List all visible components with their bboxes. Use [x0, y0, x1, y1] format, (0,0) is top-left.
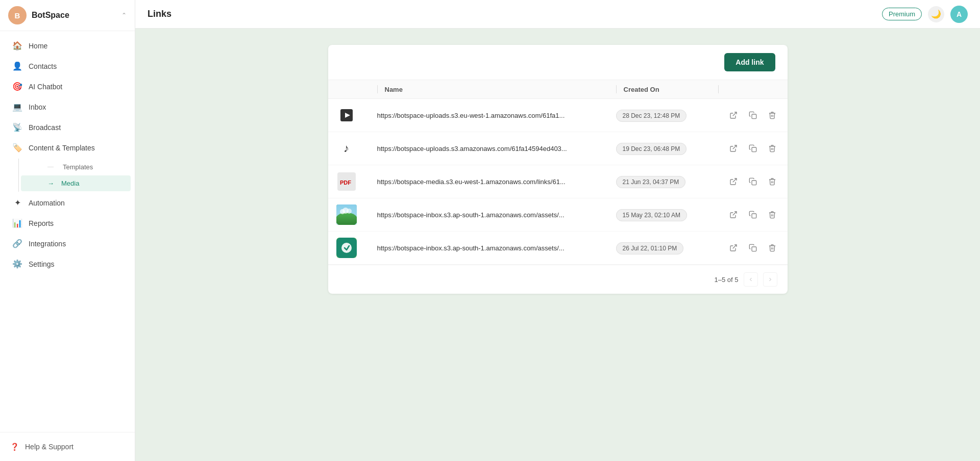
sidebar-item-home[interactable]: 🏠 Home — [2, 36, 133, 56]
svg-rect-5 — [752, 147, 756, 152]
delete-link-button-5[interactable] — [765, 241, 779, 255]
svg-rect-16 — [752, 214, 756, 218]
add-link-button[interactable]: Add link — [724, 53, 775, 71]
svg-point-14 — [347, 209, 352, 214]
broadcast-icon: 📡 — [12, 122, 22, 132]
col-header-actions — [718, 85, 779, 93]
sidebar-item-templates[interactable]: Templates — [21, 159, 131, 175]
col-header-created-on: Created On — [616, 85, 718, 93]
pagination: 1–5 of 5 — [328, 265, 788, 294]
open-link-button-2[interactable] — [726, 141, 741, 156]
sidebar-item-ai-chatbot[interactable]: 🎯 AI Chatbot — [2, 76, 133, 96]
sidebar-item-inbox[interactable]: 💻 Inbox — [2, 97, 133, 117]
sidebar-item-content-templates-label: Content & Templates — [29, 144, 95, 152]
sidebar-item-contacts[interactable]: 👤 Contacts — [2, 56, 133, 76]
pagination-next-button[interactable] — [763, 272, 777, 287]
sidebar-brand-avatar: B — [8, 6, 27, 24]
date-badge-2: 19 Dec 23, 06:48 PM — [616, 144, 718, 153]
open-link-button-1[interactable] — [726, 108, 741, 122]
delete-link-button-1[interactable] — [765, 108, 779, 122]
sidebar-item-help[interactable]: ❓ Help & Support — [8, 439, 127, 455]
copy-link-button-2[interactable] — [746, 141, 760, 156]
table-header: Name Created On — [328, 80, 788, 99]
help-icon: ❓ — [10, 443, 19, 451]
sidebar-nav: 🏠 Home 👤 Contacts 🎯 AI Chatbot 💻 Inbox 📡… — [0, 31, 135, 432]
copy-link-button-1[interactable] — [746, 108, 760, 122]
chevron-down-icon: ⌃ — [121, 12, 127, 19]
sidebar-header[interactable]: B BotSpace ⌃ — [0, 0, 135, 31]
sidebar-item-reports-label: Reports — [29, 219, 54, 227]
row-actions-5 — [718, 241, 779, 255]
topbar: Links Premium 🌙 A — [135, 0, 980, 29]
sidebar-item-reports[interactable]: 📊 Reports — [2, 213, 133, 233]
table-row: ♪ https://botspace-uploads.s3.amazonaws.… — [328, 132, 788, 165]
date-badge-4: 15 May 23, 02:10 AM — [616, 210, 718, 219]
sidebar-item-media[interactable]: → Media — [21, 175, 131, 191]
media-type-audio-icon: ♪ — [336, 138, 357, 159]
links-card: Add link Name Created On — [328, 45, 788, 294]
sidebar-item-settings-label: Settings — [29, 260, 55, 268]
media-type-app-icon — [336, 238, 357, 258]
delete-link-button-3[interactable] — [765, 174, 779, 189]
svg-line-2 — [732, 112, 736, 116]
copy-link-button-4[interactable] — [746, 208, 760, 222]
arrow-icon: → — [47, 180, 54, 187]
date-badge-1: 28 Dec 23, 12:48 PM — [616, 111, 718, 120]
media-type-image-icon — [336, 204, 357, 225]
copy-link-button-3[interactable] — [746, 174, 760, 189]
svg-rect-3 — [752, 114, 756, 119]
sidebar-item-automation[interactable]: ✦ Automation — [2, 193, 133, 213]
theme-toggle-button[interactable]: 🌙 — [928, 6, 944, 22]
svg-rect-9 — [752, 181, 756, 185]
svg-text:PDF: PDF — [340, 180, 351, 186]
table-row: https://botspace-inbox.s3.ap-south-1.ama… — [328, 232, 788, 265]
sidebar-item-ai-chatbot-label: AI Chatbot — [29, 83, 62, 91]
sidebar-item-media-label: Media — [61, 180, 79, 187]
contacts-icon: 👤 — [12, 61, 22, 71]
topbar-actions: Premium 🌙 A — [882, 6, 968, 23]
sidebar-item-content-templates[interactable]: 🏷️ Content & Templates — [2, 138, 133, 158]
content-area: Add link Name Created On — [135, 29, 980, 461]
premium-badge[interactable]: Premium — [882, 8, 922, 20]
sidebar-brand-name: BotSpace — [32, 11, 116, 20]
page-title: Links — [148, 9, 172, 19]
pagination-prev-button[interactable] — [744, 272, 758, 287]
open-link-button-5[interactable] — [726, 241, 741, 255]
col-divider — [377, 85, 378, 93]
sidebar-item-inbox-label: Inbox — [29, 103, 46, 111]
svg-point-18 — [341, 243, 352, 253]
svg-rect-20 — [752, 247, 756, 251]
home-icon: 🏠 — [12, 41, 22, 50]
col-divider-3 — [718, 85, 719, 93]
sidebar-item-contacts-label: Contacts — [29, 62, 57, 70]
user-avatar[interactable]: A — [950, 6, 968, 23]
svg-line-8 — [732, 178, 736, 182]
row-actions-2 — [718, 141, 779, 156]
row-actions-4 — [718, 208, 779, 222]
col-header-name: Name — [377, 85, 616, 93]
link-url-4: https://botspace-inbox.s3.ap-south-1.ama… — [377, 211, 616, 219]
row-actions-1 — [718, 108, 779, 122]
sidebar-item-settings[interactable]: ⚙️ Settings — [2, 254, 133, 274]
open-link-button-4[interactable] — [726, 208, 741, 222]
svg-point-11 — [336, 213, 357, 225]
delete-link-button-4[interactable] — [765, 208, 779, 222]
reports-icon: 📊 — [12, 218, 22, 228]
col-name-label: Name — [385, 86, 403, 93]
pagination-label: 1–5 of 5 — [715, 276, 739, 284]
copy-link-button-5[interactable] — [746, 241, 760, 255]
col-created-on-label: Created On — [624, 86, 659, 93]
date-badge-5: 26 Jul 22, 01:10 PM — [616, 243, 718, 252]
moon-icon: 🌙 — [931, 9, 941, 19]
sidebar-item-broadcast[interactable]: 📡 Broadcast — [2, 117, 133, 137]
integrations-icon: 🔗 — [12, 239, 22, 248]
delete-link-button-2[interactable] — [765, 141, 779, 156]
media-type-video-icon — [336, 105, 357, 125]
table-row: https://botspace-inbox.s3.ap-south-1.ama… — [328, 198, 788, 232]
sidebar-item-integrations[interactable]: 🔗 Integrations — [2, 234, 133, 253]
col-divider-2 — [616, 85, 617, 93]
open-link-button-3[interactable] — [726, 174, 741, 189]
table-row: PDF https://botspace-media.s3.eu-west-1.… — [328, 165, 788, 198]
card-header: Add link — [328, 45, 788, 80]
sidebar-item-home-label: Home — [29, 42, 47, 50]
